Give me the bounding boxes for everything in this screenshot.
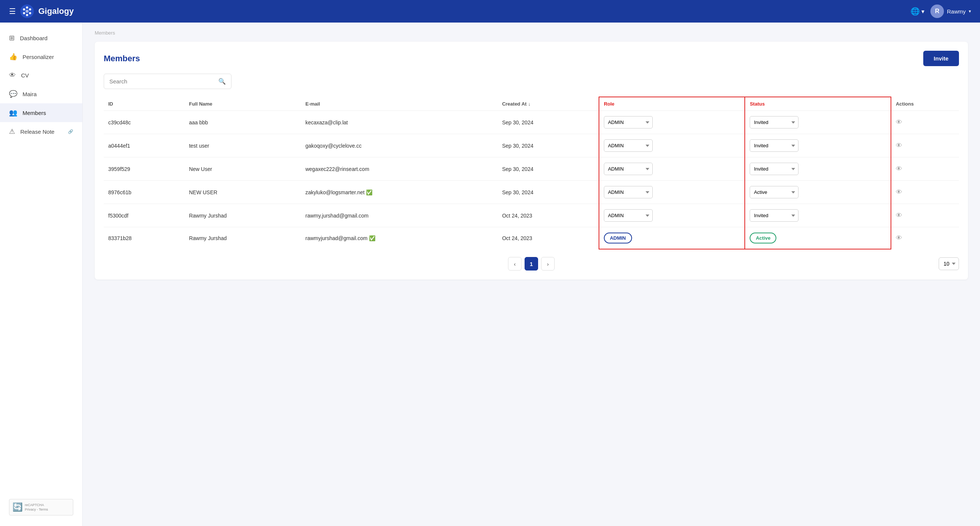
personalizer-icon: 👍 xyxy=(9,52,17,61)
col-email: zakyluko@logsmarter.net✅ xyxy=(301,181,498,204)
col-role: ADMINUSER xyxy=(599,157,745,181)
role-select[interactable]: ADMINUSER xyxy=(604,209,653,222)
sidebar: ⊞ Dashboard 👍 Personalizer 👁 CV 💬 Maira … xyxy=(0,22,83,526)
role-select[interactable]: ADMINUSER xyxy=(604,163,653,175)
col-id: f5300cdf xyxy=(104,204,185,227)
table-row: a0444ef1 test user gakoqoxy@cyclelove.cc… xyxy=(104,134,959,157)
cv-icon: 👁 xyxy=(9,72,16,79)
col-created: Oct 24, 2023 xyxy=(498,204,599,227)
sidebar-label-dashboard: Dashboard xyxy=(20,35,47,41)
view-action-icon[interactable]: 👁 xyxy=(896,212,902,219)
role-select[interactable]: ADMINUSER xyxy=(604,186,653,199)
members-table: ID Full Name E-mail Created At ↓ Role St… xyxy=(104,97,959,249)
next-page-button[interactable]: › xyxy=(541,257,555,270)
sidebar-item-dashboard[interactable]: ⊞ Dashboard xyxy=(0,29,82,47)
col-status: InvitedActiveInvited xyxy=(745,134,891,157)
col-role: ADMINUSER xyxy=(599,111,745,134)
gigalogy-logo-text: Gigalogy xyxy=(38,6,74,16)
sidebar-item-maira[interactable]: 💬 Maira xyxy=(0,84,82,103)
menu-hamburger-icon[interactable]: ☰ xyxy=(9,7,16,16)
globe-icon: 🌐 xyxy=(910,7,920,16)
view-action-icon[interactable]: 👁 xyxy=(896,234,902,242)
role-select[interactable]: ADMINUSER xyxy=(604,139,653,152)
recaptcha-text: reCAPTCHA xyxy=(25,503,48,507)
table-row: 83371b28 Rawmy Jurshad rawmyjurshad@gmai… xyxy=(104,227,959,249)
sidebar-label-members: Members xyxy=(22,110,46,116)
view-action-icon[interactable]: 👁 xyxy=(896,189,902,196)
user-chevron: ▾ xyxy=(969,9,971,14)
col-actions: 👁 xyxy=(891,181,959,204)
col-header-status: Status xyxy=(745,97,891,111)
col-id: 3959f529 xyxy=(104,157,185,181)
user-name: Rawmy xyxy=(947,8,966,15)
svg-point-7 xyxy=(25,10,29,13)
sidebar-item-cv[interactable]: 👁 CV xyxy=(0,66,82,84)
verified-icon: ✅ xyxy=(369,235,375,241)
status-select[interactable]: ActiveActiveInvited xyxy=(750,186,799,199)
recaptcha-widget: 🔄 reCAPTCHA Privacy - Terms xyxy=(9,499,73,515)
col-id: a0444ef1 xyxy=(104,134,185,157)
sort-icon[interactable]: ↓ xyxy=(528,101,531,107)
col-fullname: New User xyxy=(185,157,301,181)
language-selector[interactable]: 🌐 ▾ xyxy=(910,7,924,16)
privacy-terms-text: Privacy - Terms xyxy=(25,508,48,511)
table-row: 8976c61b NEW USER zakyluko@logsmarter.ne… xyxy=(104,181,959,204)
col-header-created: Created At ↓ xyxy=(498,97,599,111)
main-content: Members Members Invite 🔍 ID Full Name E-… xyxy=(83,22,980,526)
col-email: rawmy.jurshad@gmail.com xyxy=(301,204,498,227)
col-status: InvitedActiveInvited xyxy=(745,157,891,181)
verified-icon: ✅ xyxy=(366,189,372,195)
col-created: Oct 24, 2023 xyxy=(498,227,599,249)
col-email: rawmyjurshad@gmail.com✅ xyxy=(301,227,498,249)
invite-button[interactable]: Invite xyxy=(923,51,959,66)
col-email: wegaxec222@rinseart.com xyxy=(301,157,498,181)
col-email: kecaxaza@clip.lat xyxy=(301,111,498,134)
status-select[interactable]: InvitedActiveInvited xyxy=(750,116,799,129)
status-select[interactable]: InvitedActiveInvited xyxy=(750,163,799,175)
sidebar-label-release-note: Release Note xyxy=(20,129,54,135)
col-actions: 👁 xyxy=(891,227,959,249)
sidebar-label-personalizer: Personalizer xyxy=(22,54,54,60)
sidebar-item-members[interactable]: 👥 Members xyxy=(0,103,82,122)
svg-point-6 xyxy=(23,8,25,11)
view-action-icon[interactable]: 👁 xyxy=(896,119,902,126)
svg-point-3 xyxy=(29,12,31,14)
table-row: c39cd48c aaa bbb kecaxaza@clip.lat Sep 3… xyxy=(104,111,959,134)
sidebar-item-personalizer[interactable]: 👍 Personalizer xyxy=(0,47,82,66)
col-created: Sep 30, 2024 xyxy=(498,134,599,157)
col-fullname: Rawmy Jurshad xyxy=(185,227,301,249)
col-actions: 👁 xyxy=(891,157,959,181)
sidebar-item-release-note[interactable]: ⚠ Release Note 🔗 xyxy=(0,122,82,141)
user-menu[interactable]: R Rawmy ▾ xyxy=(931,5,971,18)
gigalogy-logo-icon xyxy=(20,5,34,18)
svg-point-2 xyxy=(29,8,31,11)
col-role: ADMINUSER xyxy=(599,204,745,227)
search-input[interactable] xyxy=(109,78,218,84)
col-status: InvitedActiveInvited xyxy=(745,111,891,134)
status-select[interactable]: InvitedActiveInvited xyxy=(750,209,799,222)
page-1-button[interactable]: 1 xyxy=(525,257,538,270)
col-role: ADMINUSER xyxy=(599,181,745,204)
svg-point-5 xyxy=(23,12,25,14)
members-card: Members Invite 🔍 ID Full Name E-mail Cre… xyxy=(95,42,968,280)
search-bar[interactable]: 🔍 xyxy=(104,74,231,89)
table-row: f5300cdf Rawmy Jurshad rawmy.jurshad@gma… xyxy=(104,204,959,227)
col-created: Sep 30, 2024 xyxy=(498,157,599,181)
sidebar-label-cv: CV xyxy=(21,72,29,78)
col-actions: 👁 xyxy=(891,134,959,157)
page-title: Members xyxy=(104,54,140,64)
col-status: ActiveActiveInvited xyxy=(745,181,891,204)
col-header-actions: Actions xyxy=(891,97,959,111)
role-select[interactable]: ADMINUSER xyxy=(604,116,653,129)
col-status: InvitedActiveInvited xyxy=(745,204,891,227)
role-badge: ADMIN xyxy=(604,232,632,243)
col-id: c39cd48c xyxy=(104,111,185,134)
col-header-fullname: Full Name xyxy=(185,97,301,111)
breadcrumb: Members xyxy=(95,30,968,36)
status-select[interactable]: InvitedActiveInvited xyxy=(750,139,799,152)
top-navigation: ☰ Gigalogy 🌐 ▾ R Rawmy ▾ xyxy=(0,0,980,22)
page-size-select[interactable]: 10 25 50 xyxy=(939,257,959,270)
view-action-icon[interactable]: 👁 xyxy=(896,165,902,172)
view-action-icon[interactable]: 👁 xyxy=(896,142,902,149)
prev-page-button[interactable]: ‹ xyxy=(508,257,522,270)
